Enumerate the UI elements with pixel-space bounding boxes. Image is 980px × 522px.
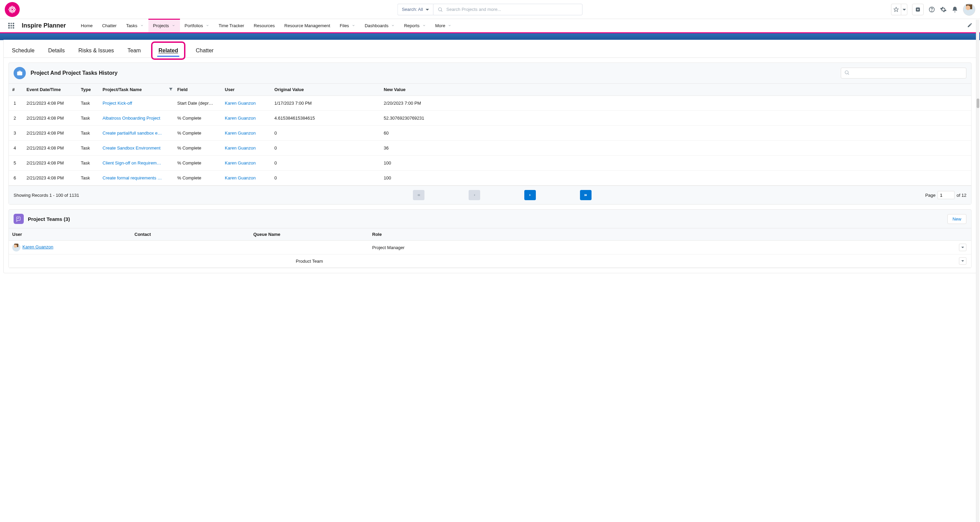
teams-cell-role: Project Manager xyxy=(369,241,956,255)
teams-new-button[interactable]: New xyxy=(947,214,966,224)
nav-item-resources[interactable]: Resources xyxy=(249,19,280,32)
history-cell: 2/20/2023 7:00 PM xyxy=(380,96,971,111)
teams-col-header[interactable]: Contact xyxy=(131,228,250,241)
history-col-header[interactable]: Project/Task Name xyxy=(99,84,174,96)
svg-marker-11 xyxy=(894,7,898,11)
teams-panel-icon xyxy=(14,214,24,224)
svg-line-16 xyxy=(848,73,849,74)
help-button[interactable] xyxy=(928,6,935,13)
tab-chatter[interactable]: Chatter xyxy=(195,45,214,56)
nav-item-resource-management[interactable]: Resource Management xyxy=(280,19,335,32)
history-row: 32/21/2023 4:08 PMTaskCreate partial/ful… xyxy=(9,126,971,141)
tab-team[interactable]: Team xyxy=(127,45,142,56)
task-link[interactable]: Client Sign-off on Requirem… xyxy=(103,160,161,166)
history-col-header[interactable]: Original Value xyxy=(271,84,380,96)
add-button[interactable] xyxy=(912,4,924,15)
edit-nav-button[interactable] xyxy=(967,22,972,29)
user-link[interactable]: Karen Guanzon xyxy=(225,131,256,136)
nav-item-tasks[interactable]: Tasks xyxy=(121,19,148,32)
history-cell: % Complete xyxy=(174,111,221,126)
nav-item-reports[interactable]: Reports xyxy=(399,19,431,32)
col-header-label: New Value xyxy=(384,87,406,92)
notifications-button[interactable] xyxy=(951,6,958,13)
user-link[interactable]: Karen Guanzon xyxy=(225,145,256,150)
teams-col-header[interactable]: Role xyxy=(369,228,956,241)
history-cell: 3 xyxy=(9,126,23,141)
tab-related[interactable]: Related xyxy=(158,45,179,56)
favorites-dropdown[interactable] xyxy=(891,4,907,15)
setup-button[interactable] xyxy=(940,6,947,13)
teams-cell-contact xyxy=(131,241,250,255)
search-scope-dropdown[interactable]: Search: All xyxy=(397,4,433,15)
nav-item-projects[interactable]: Projects xyxy=(148,19,180,32)
history-cell: 36 xyxy=(380,141,971,156)
nav-item-portfolios[interactable]: Portfolios xyxy=(180,19,214,32)
task-link[interactable]: Create formal requirements … xyxy=(103,176,162,180)
history-col-header[interactable]: New Value xyxy=(380,84,971,96)
nav-item-more[interactable]: More xyxy=(431,19,457,32)
row-action-menu[interactable] xyxy=(959,257,966,265)
task-link[interactable]: Albatross Onboarding Project xyxy=(103,115,160,121)
pager-last-button[interactable] xyxy=(580,190,592,200)
history-col-header[interactable]: User xyxy=(221,84,271,96)
search-icon xyxy=(844,70,850,77)
page-card: ScheduleDetailsRisks & IssuesTeamRelated… xyxy=(3,40,977,273)
user-avatar[interactable] xyxy=(963,3,975,16)
user-link[interactable]: Karen Guanzon xyxy=(225,160,256,166)
svg-point-15 xyxy=(845,71,848,74)
nav-item-time-tracker[interactable]: Time Tracker xyxy=(214,19,249,32)
teams-cell-action xyxy=(956,255,971,268)
search-box[interactable] xyxy=(433,4,583,15)
team-user-link[interactable]: Karen Guanzon xyxy=(22,244,53,249)
svg-point-0 xyxy=(11,8,14,11)
app-logo[interactable] xyxy=(5,2,20,17)
pager-page-input[interactable] xyxy=(937,191,955,199)
scrollbar-track[interactable] xyxy=(976,20,979,273)
nav-item-dashboards[interactable]: Dashboards xyxy=(360,19,399,32)
history-cell: 1 xyxy=(9,96,23,111)
history-cell: 100 xyxy=(380,156,971,171)
user-avatar-small xyxy=(12,243,21,252)
history-search-input[interactable] xyxy=(841,68,966,78)
history-cell: 4 xyxy=(9,141,23,156)
chevron-down-icon xyxy=(902,9,906,12)
nav-items: HomeChatterTasksProjectsPortfoliosTime T… xyxy=(76,19,456,32)
task-link[interactable]: Create Sandbox Environment xyxy=(103,145,161,150)
user-link[interactable]: Karen Guanzon xyxy=(225,101,256,106)
tab-details[interactable]: Details xyxy=(48,45,65,56)
nav-item-label: Projects xyxy=(153,23,169,28)
history-col-header[interactable]: Field xyxy=(174,84,221,96)
pager-next-button[interactable] xyxy=(524,190,536,200)
nav-item-label: Resources xyxy=(254,23,275,28)
svg-line-10 xyxy=(441,10,442,11)
user-link[interactable]: Karen Guanzon xyxy=(225,115,256,121)
app-launcher-icon[interactable] xyxy=(8,23,14,29)
user-link[interactable]: Karen Guanzon xyxy=(225,176,256,180)
teams-cell-action xyxy=(956,241,971,255)
teams-col-header[interactable]: Queue Name xyxy=(250,228,369,241)
teams-panel-title: Project Teams (3) xyxy=(28,216,70,222)
task-link[interactable]: Project Kick-off xyxy=(103,101,132,106)
nav-item-chatter[interactable]: Chatter xyxy=(97,19,122,32)
task-link[interactable]: Create partial/full sandbox e… xyxy=(103,131,162,136)
history-col-header[interactable]: Type xyxy=(78,84,99,96)
chevron-down-icon xyxy=(391,23,395,28)
next-page-icon xyxy=(528,193,532,197)
nav-item-files[interactable]: Files xyxy=(335,19,360,32)
teams-table: UserContactQueue NameRole Karen GuanzonP… xyxy=(9,228,971,268)
row-action-menu[interactable] xyxy=(959,244,966,251)
history-row: 22/21/2023 4:08 PMTaskAlbatross Onboardi… xyxy=(9,111,971,126)
nav-item-home[interactable]: Home xyxy=(76,19,97,32)
history-cell: Create formal requirements … xyxy=(99,171,174,185)
history-cell: Task xyxy=(78,156,99,171)
teams-col-header[interactable]: User xyxy=(9,228,131,241)
search-input[interactable] xyxy=(447,7,578,12)
teams-row: Product Team xyxy=(9,255,971,268)
tab-risks-issues[interactable]: Risks & Issues xyxy=(78,45,115,56)
tab-schedule[interactable]: Schedule xyxy=(11,45,35,56)
history-cell: Task xyxy=(78,111,99,126)
history-cell: Karen Guanzon xyxy=(221,171,271,185)
history-col-header[interactable]: Event Date/Time xyxy=(23,84,78,96)
scrollbar-thumb[interactable] xyxy=(977,99,979,108)
history-col-header[interactable]: # xyxy=(9,84,23,96)
